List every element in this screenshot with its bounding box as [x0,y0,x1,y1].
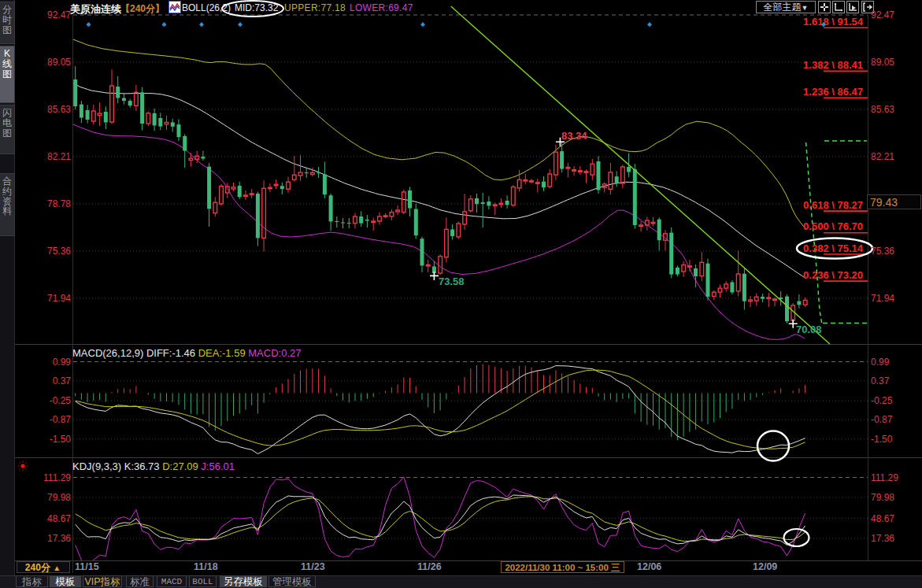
svg-text:0.37: 0.37 [53,375,72,386]
svg-text:-0.25: -0.25 [50,395,72,406]
svg-text:0.37: 0.37 [871,375,890,386]
svg-text:48.67: 48.67 [871,513,894,524]
svg-text:111.29: 111.29 [43,472,71,483]
svg-text:48.67: 48.67 [47,513,71,524]
svg-text:75.36: 75.36 [47,246,71,257]
svg-text:89.05: 89.05 [871,57,894,68]
svg-text:79.43: 79.43 [870,196,898,209]
svg-text:79.98: 79.98 [47,492,71,503]
svg-text:82.21: 82.21 [871,151,894,162]
svg-text:78.78: 78.78 [47,198,71,209]
svg-text:71.94: 71.94 [871,293,894,304]
svg-text:17.36: 17.36 [871,533,894,544]
svg-text:0.236 \ 73.20: 0.236 \ 73.20 [803,269,863,281]
svg-text:0.99: 0.99 [53,357,72,368]
svg-text:89.05: 89.05 [47,57,71,68]
svg-text:0.500 \ 76.70: 0.500 \ 76.70 [803,220,863,232]
svg-text:-1.50: -1.50 [871,434,893,445]
svg-text:75.36: 75.36 [871,246,894,257]
svg-text:-0.87: -0.87 [50,414,72,425]
svg-text:73.58: 73.58 [439,276,465,287]
svg-text:17.36: 17.36 [47,533,71,544]
svg-text:79.98: 79.98 [871,492,894,503]
svg-text:-0.87: -0.87 [871,414,893,425]
svg-text:82.21: 82.21 [47,151,71,162]
svg-text:1.618 \ 91.54: 1.618 \ 91.54 [803,16,864,28]
svg-text:85.63: 85.63 [871,104,894,115]
svg-text:0.382 \ 75.14: 0.382 \ 75.14 [803,242,864,254]
svg-text:1.382 \ 88.41: 1.382 \ 88.41 [803,59,863,71]
svg-text:0.618 \ 78.27: 0.618 \ 78.27 [803,199,863,211]
svg-text:0.99: 0.99 [871,357,890,368]
svg-text:92.47: 92.47 [871,9,894,20]
svg-text:70.08: 70.08 [796,324,822,335]
svg-text:85.63: 85.63 [47,104,71,115]
svg-text:MACD(26,12,9) DIFF:-1.46 DEA:: MACD(26,12,9) DIFF:-1.46 DEA:-1.59 MACD:… [72,347,301,359]
svg-text:KDJ(9,3,3) K:36.73 D:27.09 J: KDJ(9,3,3) K:36.73 D:27.09 J:56.01 [72,460,235,472]
svg-text:83.34: 83.34 [561,130,587,142]
svg-text:111.29: 111.29 [871,472,898,483]
svg-text:71.94: 71.94 [47,293,71,304]
svg-text:-0.25: -0.25 [871,395,893,406]
svg-text:-1.50: -1.50 [50,434,72,445]
svg-text:92.47: 92.47 [47,9,71,20]
svg-text:1.236 \ 86.47: 1.236 \ 86.47 [803,86,863,98]
